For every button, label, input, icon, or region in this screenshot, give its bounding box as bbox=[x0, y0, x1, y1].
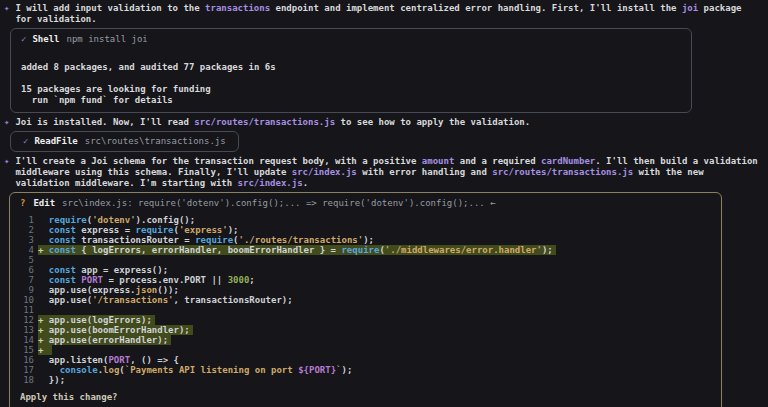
inline-code: joi bbox=[682, 3, 698, 13]
text-segment: app = express(); bbox=[81, 265, 168, 275]
text-segment: json bbox=[136, 285, 158, 295]
inline-code: transactions bbox=[205, 3, 270, 13]
line-number: 5 bbox=[20, 255, 34, 265]
diff-spacer bbox=[38, 375, 49, 385]
text-segment: app.use(express. bbox=[49, 285, 136, 295]
diff-spacer bbox=[38, 235, 49, 245]
inline-code: src/index.js bbox=[292, 167, 357, 177]
text-segment: 3000 bbox=[228, 275, 250, 285]
code-line: 10 app.use('/transactions', transactions… bbox=[20, 295, 711, 305]
text-segment: express = bbox=[81, 225, 135, 235]
text-segment: endpoint and implement centralized error… bbox=[270, 3, 682, 13]
code-line: 13+ app.use(boomErrorHandler); bbox=[20, 325, 711, 335]
code-line: 5 bbox=[20, 255, 711, 265]
code-text: }); bbox=[38, 375, 65, 385]
text-segment: console bbox=[60, 365, 98, 375]
text-segment: . bbox=[303, 178, 308, 188]
check-icon: ✓ bbox=[23, 136, 28, 146]
edit-tool-header: ?Editsrc\index.js: require('dotenv').con… bbox=[20, 198, 711, 209]
line-number: 17 bbox=[20, 365, 34, 375]
line-number: 4 bbox=[20, 245, 34, 255]
readfile-path: src\routes\transactions.js bbox=[85, 136, 226, 146]
code-line: 6 const app = express(); bbox=[20, 265, 711, 275]
collapse-arrow-icon: ← bbox=[490, 198, 495, 208]
line-number: 12 bbox=[20, 315, 34, 325]
shell-output: added 8 packages, and audited 77 package… bbox=[21, 51, 681, 106]
text-segment: { logErrors, errorHandler, boomErrorHand… bbox=[81, 245, 341, 255]
line-number: 2 bbox=[20, 225, 34, 235]
gemini-star-icon: ✦ bbox=[4, 156, 9, 189]
text-segment: const bbox=[49, 225, 82, 235]
code-text bbox=[38, 255, 49, 265]
line-number: 3 bbox=[20, 235, 34, 245]
text-segment: const bbox=[49, 235, 82, 245]
text-segment: ; bbox=[249, 275, 254, 285]
diff-plus-marker: + bbox=[38, 325, 49, 335]
tool-name: Shell bbox=[32, 34, 59, 44]
apply-change-prompt[interactable]: Apply this change? bbox=[20, 392, 711, 403]
text-segment: transactionsRouter = bbox=[81, 235, 195, 245]
inline-code: src/routes/transactions.js bbox=[194, 117, 335, 127]
code-text: const PORT = process.env.PORT || 3000; bbox=[38, 275, 255, 285]
diff-added-line: + app.use(errorHandler); bbox=[38, 335, 171, 345]
diff-added-line: + app.use(boomErrorHandler); bbox=[38, 325, 193, 335]
diff-spacer bbox=[38, 275, 49, 285]
output-line: run `npm fund` for details bbox=[21, 95, 681, 106]
code-line: 1 require('dotenv').config(); bbox=[20, 215, 711, 225]
inline-code: src/index.js bbox=[238, 178, 303, 188]
code-line: 12+ app.use(logErrors); bbox=[20, 315, 711, 325]
text-segment: = process.env.PORT || bbox=[103, 275, 228, 285]
text-segment: , transactionsRouter); bbox=[173, 295, 292, 305]
line-number: 14 bbox=[20, 335, 34, 345]
text-segment: PORT bbox=[108, 355, 130, 365]
text-segment: require bbox=[49, 215, 87, 225]
check-icon: ✓ bbox=[21, 34, 26, 44]
diff-added-line: + const { logErrors, errorHandler, boomE… bbox=[38, 245, 556, 255]
edit-tool-card: ?Editsrc\index.js: require('dotenv').con… bbox=[9, 192, 722, 407]
code-line: 9 app.use(express.json()); bbox=[20, 285, 711, 295]
terminal-screen[interactable]: ✦ I will add input validation to the tra… bbox=[0, 0, 768, 407]
line-number: 6 bbox=[20, 265, 34, 275]
text-segment: 'dotenv' bbox=[92, 215, 135, 225]
text-segment: to see how to apply the validation. bbox=[335, 117, 530, 127]
code-text bbox=[38, 305, 49, 315]
text-segment: app.use(logErrors); bbox=[49, 315, 152, 325]
diff-spacer bbox=[38, 285, 49, 295]
diff-plus-marker: + bbox=[38, 245, 49, 255]
shell-tool-header: ✓Shellnpm install joi bbox=[21, 34, 681, 45]
text-segment: require bbox=[136, 225, 174, 235]
message-text: Joi is installed. Now, I'll read src/rou… bbox=[15, 117, 760, 128]
question-icon: ? bbox=[20, 198, 25, 208]
diff-plus-marker: + bbox=[38, 315, 49, 325]
readfile-row: ✓ReadFilesrc\routes\transactions.js bbox=[0, 131, 768, 152]
diff-spacer bbox=[38, 355, 49, 365]
text-segment: './routes/transactions' bbox=[239, 235, 364, 245]
code-line: 16 app.listen(PORT, () => { bbox=[20, 355, 711, 365]
diff-view: 1 require('dotenv').config();2 const exp… bbox=[20, 215, 711, 385]
text-segment: './middlewares/error.handler' bbox=[385, 245, 542, 255]
edit-summary: src\index.js: require('dotenv').config()… bbox=[62, 198, 485, 208]
code-line: 7 const PORT = process.env.PORT || 3000; bbox=[20, 275, 711, 285]
shell-tool-card: ✓Shellnpm install joi added 8 packages, … bbox=[10, 28, 692, 113]
code-line: 3 const transactionsRouter = require('./… bbox=[20, 235, 711, 245]
line-number: 13 bbox=[20, 325, 34, 335]
text-segment: app.use(boomErrorHandler); bbox=[49, 325, 190, 335]
text-segment: log bbox=[103, 365, 119, 375]
text-segment: app.listen( bbox=[49, 355, 109, 365]
code-line: 14+ app.use(errorHandler); bbox=[20, 335, 711, 345]
text-segment: ${PORT} bbox=[298, 365, 336, 375]
text-segment: PORT bbox=[81, 275, 103, 285]
text-segment: ()); bbox=[157, 285, 179, 295]
assistant-message: ✦ I will add input validation to the tra… bbox=[0, 3, 768, 25]
output-line bbox=[21, 51, 681, 62]
tool-name: ReadFile bbox=[34, 136, 77, 146]
text-segment: '/transactions' bbox=[92, 295, 173, 305]
message-text: I will add input validation to the trans… bbox=[15, 3, 760, 25]
gemini-star-icon: ✦ bbox=[4, 3, 9, 25]
text-segment: 'express' bbox=[179, 225, 228, 235]
text-segment: with error handling and bbox=[357, 167, 492, 177]
text-segment: }); bbox=[49, 375, 65, 385]
text-segment: Joi is installed. Now, I'll read bbox=[15, 117, 194, 127]
assistant-message: ✦ I'll create a Joi schema for the trans… bbox=[0, 156, 768, 189]
code-text: const app = express(); bbox=[38, 265, 168, 275]
